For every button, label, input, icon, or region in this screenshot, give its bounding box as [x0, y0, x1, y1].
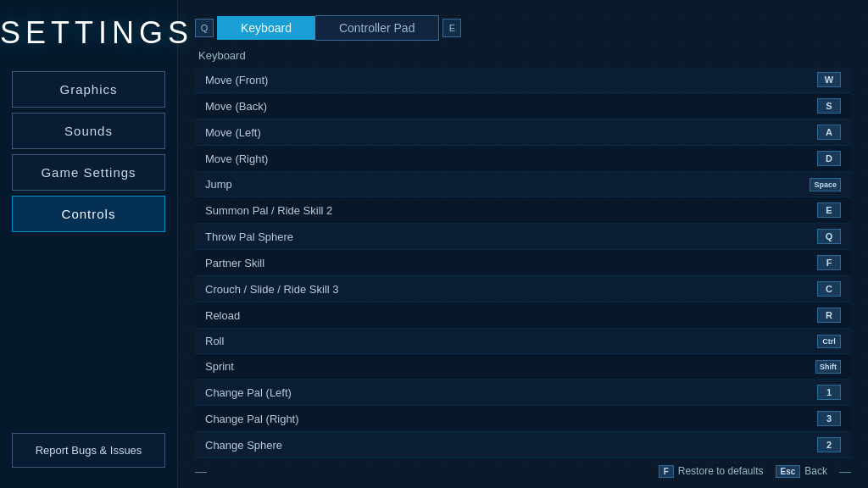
key-badge: F — [817, 255, 841, 270]
tab-bar: Q Keyboard Controller Pad E — [195, 15, 851, 41]
table-row[interactable]: Move (Left)A — [195, 119, 851, 146]
table-row[interactable]: JumpSpace — [195, 172, 851, 197]
table-row[interactable]: Move (Front)W — [195, 67, 851, 93]
sidebar-nav: Graphics Sounds Game Settings Controls — [0, 71, 177, 421]
table-row[interactable]: Change Pal (Left)1 — [195, 380, 851, 406]
bottom-actions: F Restore to defaults Esc Back — — [659, 464, 851, 478]
binding-action-label: Change Sphere — [205, 439, 282, 452]
sidebar-item-sounds[interactable]: Sounds — [12, 113, 165, 149]
back-key-badge: Esc — [776, 465, 801, 478]
restore-label: Restore to defaults — [678, 465, 764, 477]
table-row[interactable]: SprintShift — [195, 354, 851, 380]
key-badge: Ctrl — [817, 335, 841, 348]
table-row[interactable]: Summon Pal / Ride Skill 2E — [195, 197, 851, 224]
key-badge: S — [817, 98, 841, 114]
table-row[interactable]: Move (Back)S — [195, 93, 851, 119]
sidebar-bottom: Report Bugs & Issues — [0, 421, 177, 480]
key-badge: Shift — [815, 360, 841, 374]
binding-action-label: Crouch / Slide / Ride Skill 3 — [205, 283, 339, 296]
table-row[interactable]: Change Sphere2 — [195, 432, 851, 458]
q-key-badge[interactable]: Q — [195, 19, 214, 37]
key-badge: A — [817, 125, 841, 140]
restore-key-badge: F — [659, 465, 674, 478]
sidebar-item-graphics[interactable]: Graphics — [12, 71, 165, 108]
binding-action-label: Move (Left) — [205, 126, 261, 139]
binding-action-label: Partner Skill — [205, 257, 264, 269]
table-row[interactable]: RollCtrl — [195, 329, 851, 354]
binding-action-label: Summon Pal / Ride Skill 2 — [205, 204, 332, 217]
report-bugs-button[interactable]: Report Bugs & Issues — [12, 433, 165, 468]
binding-action-label: Move (Front) — [205, 74, 268, 86]
bindings-list: Move (Front)WMove (Back)SMove (Left)AMov… — [195, 67, 851, 459]
bottom-bar: — F Restore to defaults Esc Back — — [195, 459, 851, 480]
table-row[interactable]: Change Pal (Right)3 — [195, 406, 851, 432]
binding-action-label: Jump — [205, 178, 232, 191]
table-row[interactable]: Move (Right)D — [195, 146, 851, 172]
key-badge: W — [817, 72, 841, 87]
key-badge: Space — [810, 178, 841, 191]
key-badge: C — [817, 281, 841, 297]
key-badge: R — [817, 308, 841, 323]
app-title: SETTINGS — [0, 0, 177, 71]
table-row[interactable]: Crouch / Slide / Ride Skill 3C — [195, 276, 851, 302]
binding-action-label: Change Pal (Left) — [205, 386, 292, 399]
key-badge: Q — [817, 229, 841, 244]
tab-controller-pad[interactable]: Controller Pad — [315, 15, 440, 41]
key-badge: 3 — [817, 411, 841, 426]
key-badge: 1 — [817, 385, 841, 400]
sidebar-item-game-settings[interactable]: Game Settings — [12, 154, 165, 191]
binding-action-label: Change Pal (Right) — [205, 413, 299, 425]
back-action[interactable]: Esc Back — [776, 465, 827, 478]
binding-action-label: Throw Pal Sphere — [205, 230, 293, 243]
binding-action-label: Roll — [205, 335, 224, 347]
back-label: Back — [804, 465, 827, 477]
binding-action-label: Move (Right) — [205, 152, 268, 165]
e-key-badge[interactable]: E — [442, 19, 461, 37]
sidebar: SETTINGS Graphics Sounds Game Settings C… — [0, 0, 178, 488]
binding-action-label: Sprint — [205, 360, 234, 373]
table-row[interactable]: Partner SkillF — [195, 250, 851, 276]
table-row[interactable]: Throw Pal SphereQ — [195, 224, 851, 250]
binding-action-label: Reload — [205, 309, 240, 322]
sidebar-item-controls[interactable]: Controls — [12, 196, 165, 232]
bottom-right-dash: — — [839, 464, 851, 478]
key-badge: D — [817, 151, 841, 166]
bottom-left-dash: — — [195, 464, 207, 478]
tab-keyboard[interactable]: Keyboard — [217, 16, 315, 40]
restore-defaults-action[interactable]: F Restore to defaults — [659, 465, 764, 478]
binding-action-label: Move (Back) — [205, 100, 267, 113]
key-badge: E — [817, 202, 841, 218]
key-badge: 2 — [817, 437, 841, 452]
table-row[interactable]: ReloadR — [195, 302, 851, 329]
main-content: Q Keyboard Controller Pad E Keyboard Mov… — [178, 0, 868, 488]
section-label: Keyboard — [195, 49, 851, 62]
